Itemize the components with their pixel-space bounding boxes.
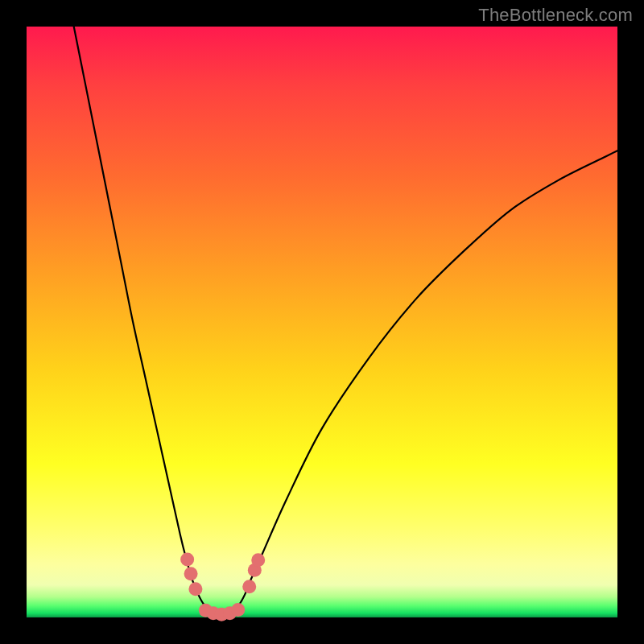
valley-markers bbox=[180, 553, 265, 621]
marker-dot bbox=[180, 553, 194, 567]
marker-dot bbox=[242, 580, 256, 593]
curve-layer bbox=[27, 27, 617, 617]
right-branch-curve bbox=[204, 151, 617, 615]
marker-dot bbox=[251, 553, 265, 567]
marker-dot bbox=[231, 603, 245, 617]
marker-dot bbox=[188, 582, 202, 596]
chart-frame: TheBottleneck.com bbox=[0, 0, 644, 644]
marker-dot bbox=[184, 567, 198, 580]
watermark-text: TheBottleneck.com bbox=[478, 5, 633, 26]
left-branch-curve bbox=[74, 27, 240, 615]
